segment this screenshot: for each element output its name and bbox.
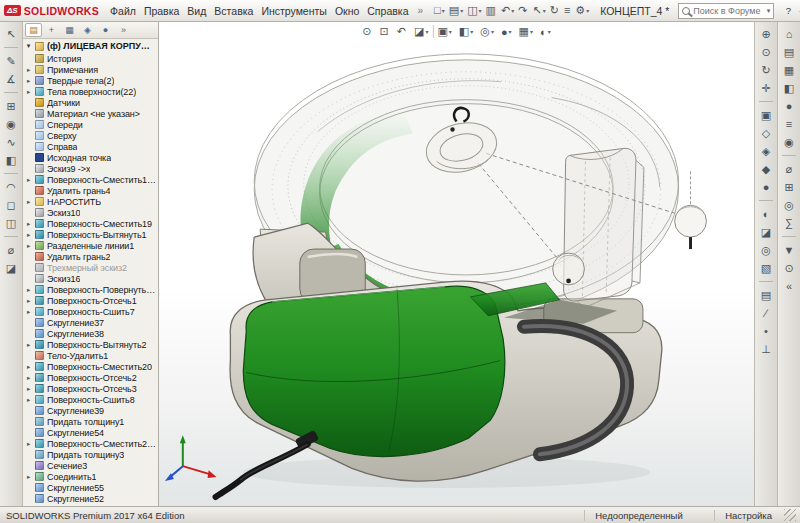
- tree-item[interactable]: Скругление38: [25, 328, 158, 339]
- expand-arrow-icon[interactable]: ▸: [25, 77, 32, 85]
- tool-icon[interactable]: [4, 173, 18, 174]
- new-document-icon[interactable]: □ ▾: [432, 2, 447, 20]
- expand-arrow-icon[interactable]: ▸: [25, 385, 32, 393]
- view-tool-icon[interactable]: [432, 25, 433, 38]
- task-pane-tab-icon[interactable]: [782, 236, 796, 237]
- design-library-icon[interactable]: ▤: [781, 44, 798, 60]
- tree-item[interactable]: Эскиз10: [25, 207, 158, 218]
- expand-arrow-icon[interactable]: ▸: [25, 341, 32, 349]
- tree-item[interactable]: Придать толщину3: [25, 449, 158, 460]
- search-input[interactable]: [693, 6, 763, 16]
- rebuild-icon[interactable]: ↻: [548, 2, 562, 20]
- tree-item[interactable]: Спереди: [25, 119, 158, 130]
- selection-filter-icon[interactable]: ▼: [781, 242, 798, 258]
- sensors-icon[interactable]: ◎: [781, 197, 798, 213]
- expand-arrow-icon[interactable]: ▸: [25, 440, 32, 448]
- previous-view-icon[interactable]: ↶: [394, 23, 410, 40]
- save-icon[interactable]: ◫ ▾: [465, 2, 483, 20]
- tree-item[interactable]: ▸ Поверхность-Повернуть1 ->: [25, 284, 158, 295]
- task-pane-tab-icon[interactable]: [782, 155, 796, 156]
- tool-icon[interactable]: [759, 101, 773, 102]
- standard-views-icon[interactable]: ▣: [758, 107, 775, 123]
- select-tool-icon[interactable]: ↖: [3, 26, 20, 42]
- magnifier-icon[interactable]: ⊙: [781, 260, 798, 276]
- hidden-lines-icon[interactable]: ◈: [758, 143, 775, 159]
- zoom-out-icon[interactable]: ⊙: [758, 44, 775, 60]
- tree-item[interactable]: История: [25, 53, 158, 64]
- tree-item[interactable]: ▸ Тела поверхности(22): [25, 86, 158, 97]
- tab-propertymanager[interactable]: +: [43, 23, 60, 37]
- customize-button[interactable]: Настройка: [714, 510, 782, 521]
- expand-arrow-icon[interactable]: ▸: [25, 88, 32, 96]
- reference-axis-icon[interactable]: ∕: [758, 305, 775, 321]
- tree-item[interactable]: ▸ Разделенные линии1: [25, 240, 158, 251]
- translucent-tower[interactable]: [564, 148, 644, 307]
- file-explorer-icon[interactable]: ▦: [781, 62, 798, 78]
- undo-icon[interactable]: ↶ ▾: [499, 2, 516, 20]
- tool-icon[interactable]: [4, 92, 18, 93]
- tree-item[interactable]: Сечение3: [25, 460, 158, 471]
- mid-sphere[interactable]: [553, 253, 585, 285]
- zoom-in-icon[interactable]: ⊕: [758, 26, 775, 42]
- tab-featuremanager[interactable]: ▤: [25, 23, 42, 37]
- section-view-icon[interactable]: ◪ ▾: [411, 23, 431, 40]
- shadows-icon[interactable]: ◐: [758, 206, 775, 222]
- sweep-tool-icon[interactable]: ∿: [3, 134, 20, 150]
- select-arrow-icon[interactable]: ↖ ▾: [530, 2, 547, 20]
- view-settings-icon[interactable]: ◐ ▾: [537, 23, 554, 40]
- graphics-viewport[interactable]: ⊙ ⊡ ↶ ◪ ▾: [159, 22, 754, 506]
- wireframe-icon[interactable]: ◇: [758, 125, 775, 141]
- expand-arrow-icon[interactable]: ▸: [25, 66, 32, 74]
- tree-item[interactable]: Эскиз9 ->x: [25, 163, 158, 174]
- view-palette-icon[interactable]: ◧: [781, 80, 798, 96]
- custom-properties-icon[interactable]: ≡: [781, 116, 798, 132]
- measure-tool-icon[interactable]: ⌀: [3, 242, 20, 258]
- collapse-caret-icon[interactable]: ▾: [25, 42, 32, 50]
- forum-icon[interactable]: ◉: [781, 134, 798, 150]
- menu-item[interactable]: Вставка: [210, 3, 257, 19]
- tree-item[interactable]: ▸ Поверхность-Отсечь3: [25, 383, 158, 394]
- expand-arrow-icon[interactable]: ▸: [25, 220, 32, 228]
- tree-item[interactable]: Эскиз16: [25, 273, 158, 284]
- collapse-pane-icon[interactable]: «: [781, 278, 798, 294]
- tree-item[interactable]: Скругление52: [25, 493, 158, 504]
- menu-item[interactable]: Вид: [183, 3, 210, 19]
- tree-item[interactable]: Трехмерный эскиз2: [25, 262, 158, 273]
- model-canvas[interactable]: [159, 22, 754, 506]
- expand-arrow-icon[interactable]: ▸: [25, 363, 32, 371]
- tree-item[interactable]: Тело-Удалить1: [25, 350, 158, 361]
- expand-arrow-icon[interactable]: ▸: [25, 242, 32, 250]
- equations-icon[interactable]: ∑: [781, 215, 798, 231]
- expand-arrow-icon[interactable]: ▸: [25, 396, 32, 404]
- appearances-scenes-icon[interactable]: ●: [781, 98, 798, 114]
- fillet-tool-icon[interactable]: ◠: [3, 179, 20, 195]
- loft-tool-icon[interactable]: ◧: [3, 152, 20, 168]
- tree-item[interactable]: Удалить грань2: [25, 251, 158, 262]
- shaded-icon[interactable]: ●: [758, 179, 775, 195]
- coordinate-system-icon[interactable]: ⊥: [758, 341, 775, 357]
- expand-arrow-icon[interactable]: ▸: [25, 308, 32, 316]
- mirror-tool-icon[interactable]: ◫: [3, 215, 20, 231]
- tree-item[interactable]: Скругление39: [25, 405, 158, 416]
- smart-dimension-icon[interactable]: ∡: [3, 71, 20, 87]
- tree-item[interactable]: ▸ Соединить1: [25, 471, 158, 482]
- mass-properties-icon[interactable]: ⊞: [781, 179, 798, 195]
- expand-arrow-icon[interactable]: ▸: [25, 473, 32, 481]
- search-dropdown-icon[interactable]: ▾: [767, 7, 771, 15]
- tree-item[interactable]: Материал <не указан>: [25, 108, 158, 119]
- reference-point-icon[interactable]: •: [758, 323, 775, 339]
- menu-item[interactable]: Файл: [106, 3, 140, 19]
- tree-item[interactable]: Скругление55: [25, 482, 158, 493]
- tab-dimxpertmanager[interactable]: ◈: [79, 23, 96, 37]
- menu-item[interactable]: Правка: [140, 3, 183, 19]
- extrude-tool-icon[interactable]: ⊞: [3, 98, 20, 114]
- tree-item[interactable]: ▸ Поверхность-Сместить19: [25, 218, 158, 229]
- tree-item[interactable]: ▸ Поверхность-Сместить29->?: [25, 438, 158, 449]
- expand-arrow-icon[interactable]: ▸: [25, 176, 32, 184]
- tree-item[interactable]: ▸ НАРОСТИТЬ: [25, 196, 158, 207]
- menu-item[interactable]: Справка: [363, 3, 412, 19]
- tree-item[interactable]: ▸ Поверхность-Вытянуть1: [25, 229, 158, 240]
- tree-item[interactable]: Сверху: [25, 130, 158, 141]
- display-style-icon[interactable]: ◧ ▾: [456, 23, 476, 40]
- menu-item[interactable]: Окно: [331, 3, 363, 19]
